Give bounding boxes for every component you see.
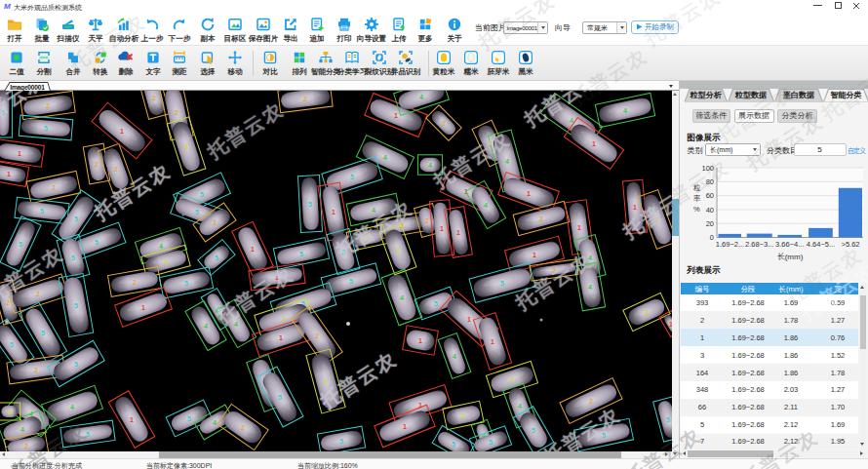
svg-text:4: 4 — [372, 207, 375, 214]
svg-text:3: 3 — [510, 376, 514, 383]
svg-text:3: 3 — [184, 143, 188, 150]
svg-text:2: 2 — [95, 161, 99, 168]
svg-text:5: 5 — [350, 174, 354, 180]
svg-text:1: 1 — [141, 304, 145, 311]
svg-text:4: 4 — [588, 254, 592, 261]
svg-text:5: 5 — [339, 438, 343, 445]
svg-text:1: 1 — [456, 229, 460, 236]
svg-text:2: 2 — [303, 96, 307, 102]
svg-text:2: 2 — [241, 424, 245, 431]
svg-text:1: 1 — [491, 338, 494, 345]
svg-text:5: 5 — [74, 361, 78, 368]
svg-text:率: 率 — [693, 194, 701, 203]
svg-text:5: 5 — [44, 125, 48, 132]
svg-text:4: 4 — [588, 284, 592, 291]
svg-text:5: 5 — [200, 191, 204, 198]
svg-text:4: 4 — [204, 323, 208, 330]
svg-text:5: 5 — [19, 241, 22, 248]
svg-text:3: 3 — [164, 258, 168, 265]
svg-text:4: 4 — [428, 162, 432, 169]
svg-text:5: 5 — [1, 109, 5, 116]
svg-text:>5.62: >5.62 — [842, 240, 860, 249]
svg-text:4: 4 — [518, 403, 522, 410]
svg-text:%: % — [693, 205, 700, 214]
svg-text:1: 1 — [527, 190, 531, 197]
svg-text:2: 2 — [46, 102, 50, 109]
svg-text:4: 4 — [400, 294, 404, 301]
svg-text:4: 4 — [505, 158, 509, 165]
svg-text:5: 5 — [184, 280, 188, 287]
svg-text:5: 5 — [278, 394, 282, 401]
svg-text:4: 4 — [234, 321, 238, 328]
svg-text:4: 4 — [20, 426, 24, 433]
svg-text:2: 2 — [655, 216, 659, 223]
svg-text:2: 2 — [6, 299, 10, 306]
svg-text:1.69~2...: 1.69~2... — [716, 240, 744, 249]
svg-text:2: 2 — [213, 219, 217, 226]
svg-text:长(mm): 长(mm) — [777, 253, 804, 261]
svg-text:4.64~5...: 4.64~5... — [807, 240, 835, 249]
svg-text:3: 3 — [461, 412, 465, 419]
svg-text:40: 40 — [706, 206, 714, 215]
svg-text:3: 3 — [282, 315, 286, 322]
svg-text:1: 1 — [18, 150, 21, 157]
svg-text:2: 2 — [36, 291, 40, 297]
svg-text:5: 5 — [74, 215, 78, 222]
svg-text:1: 1 — [130, 416, 134, 423]
svg-text:5: 5 — [299, 251, 303, 257]
svg-text:1: 1 — [418, 337, 422, 344]
svg-text:5: 5 — [532, 427, 535, 434]
svg-text:2: 2 — [34, 367, 38, 373]
svg-text:4: 4 — [484, 202, 488, 209]
svg-text:1: 1 — [633, 204, 637, 211]
svg-text:2: 2 — [425, 217, 429, 224]
svg-text:3.66~4...: 3.66~4... — [775, 240, 804, 249]
svg-text:5: 5 — [434, 300, 438, 307]
svg-text:粒: 粒 — [692, 183, 701, 192]
svg-text:1: 1 — [467, 316, 471, 323]
svg-text:2: 2 — [24, 443, 28, 449]
svg-text:5: 5 — [666, 416, 670, 423]
svg-text:1: 1 — [251, 246, 255, 253]
svg-text:3: 3 — [365, 235, 369, 242]
svg-text:20: 20 — [706, 219, 714, 228]
svg-text:1: 1 — [577, 224, 581, 231]
svg-text:5: 5 — [308, 201, 312, 208]
svg-text:1: 1 — [440, 225, 444, 232]
svg-text:4: 4 — [383, 154, 387, 161]
svg-text:4: 4 — [623, 107, 627, 114]
svg-text:1: 1 — [533, 252, 536, 258]
svg-text:1: 1 — [120, 128, 124, 135]
svg-text:2: 2 — [552, 267, 556, 274]
svg-text:4: 4 — [570, 117, 573, 124]
svg-text:1: 1 — [279, 334, 283, 341]
svg-text:4: 4 — [213, 419, 217, 426]
svg-text:1: 1 — [275, 274, 279, 281]
svg-text:5: 5 — [41, 330, 45, 336]
svg-text:5: 5 — [71, 254, 75, 261]
svg-text:100: 100 — [701, 164, 714, 173]
svg-text:5: 5 — [341, 249, 345, 255]
svg-text:1: 1 — [403, 423, 407, 430]
svg-text:2: 2 — [315, 332, 319, 339]
svg-text:2: 2 — [114, 166, 118, 173]
svg-text:5: 5 — [86, 431, 90, 438]
svg-text:1: 1 — [7, 171, 11, 177]
svg-text:5: 5 — [500, 280, 504, 287]
svg-text:5: 5 — [74, 302, 78, 309]
svg-text:5: 5 — [489, 439, 493, 446]
svg-text:4: 4 — [159, 243, 163, 250]
svg-text:60: 60 — [706, 191, 714, 200]
svg-text:1: 1 — [592, 140, 596, 147]
svg-text:4: 4 — [70, 404, 74, 410]
svg-text:5: 5 — [195, 209, 199, 215]
svg-text:4: 4 — [419, 94, 423, 100]
svg-text:3: 3 — [396, 247, 400, 254]
svg-text:5: 5 — [349, 278, 353, 285]
svg-text:0: 0 — [710, 233, 714, 242]
svg-text:5: 5 — [10, 341, 14, 348]
svg-text:1: 1 — [394, 112, 398, 119]
svg-text:2: 2 — [175, 109, 178, 116]
svg-text:2: 2 — [539, 215, 543, 222]
svg-text:80: 80 — [706, 177, 714, 186]
